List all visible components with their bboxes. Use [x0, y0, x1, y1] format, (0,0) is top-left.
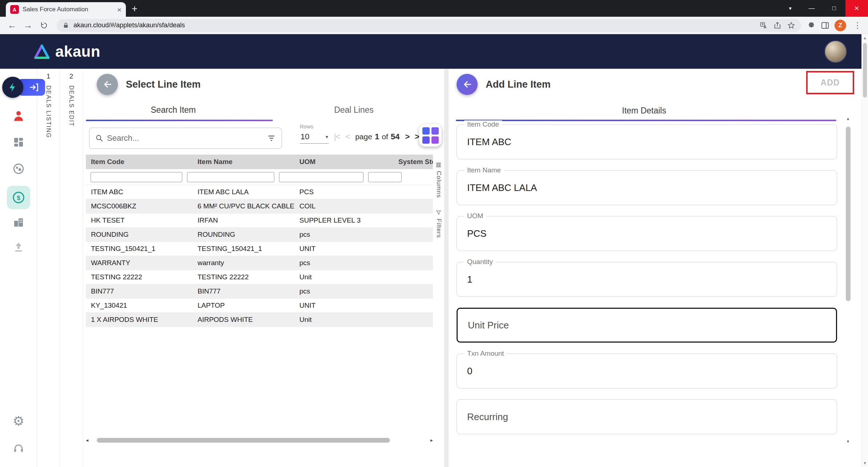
vscroll-thumb[interactable]: [846, 127, 851, 301]
lock-icon[interactable]: [63, 22, 69, 29]
window-close-button[interactable]: ×: [845, 0, 868, 17]
bookmark-star-icon[interactable]: [787, 21, 795, 29]
browser-forward-icon[interactable]: →: [21, 19, 35, 32]
field-placeholder: Unit Price: [468, 320, 509, 331]
sidebar-item-settings[interactable]: ⚙: [0, 414, 37, 429]
table-row[interactable]: HK TESET IRFAN SUPPLER LEVEL 3: [86, 213, 433, 228]
filters-tool[interactable]: Filters: [433, 209, 444, 238]
grid-view-button[interactable]: [419, 124, 442, 147]
screen-tab-deals-listing[interactable]: 1 DEALS LISTING: [37, 69, 60, 467]
rows-per-page-control: Rows 10 ▾: [300, 123, 329, 144]
quantity-field[interactable]: Quantity 1: [457, 262, 837, 297]
column-header-item-name[interactable]: Item Name: [192, 158, 294, 166]
back-button[interactable]: [97, 74, 118, 95]
tab-deal-lines[interactable]: Deal Lines: [264, 103, 445, 119]
browser-back-icon[interactable]: ←: [5, 19, 19, 32]
rows-select[interactable]: 10 ▾: [300, 129, 329, 144]
table-horizontal-scrollbar[interactable]: ◂ ▸: [86, 437, 433, 443]
tab-search-chevron-icon[interactable]: ▾: [789, 5, 792, 12]
search-input[interactable]: [107, 133, 263, 143]
filter-input-system-stock[interactable]: [368, 172, 402, 182]
address-bar[interactable]: akaun.cloud/#/applets/akaun/sfa/deals: [57, 19, 801, 32]
unit-price-field[interactable]: Unit Price: [457, 308, 837, 343]
column-header-item-code[interactable]: Item Code: [86, 158, 192, 166]
back-button[interactable]: [457, 74, 478, 95]
browser-tab[interactable]: A Sales Force Automation ×: [6, 2, 126, 17]
table-row[interactable]: ITEM ABC ITEM ABC LALA PCS: [86, 185, 433, 199]
new-tab-button[interactable]: +: [132, 4, 138, 14]
table-row[interactable]: TESTING 22222 TESTING 22222 Unit: [86, 270, 433, 284]
sidebar-item-person-red[interactable]: [0, 109, 37, 123]
arrow-left-icon: [462, 79, 472, 89]
browser-toolbar: ← → akaun.cloud/#/applets/akaun/sfa/deal…: [0, 17, 868, 34]
window-minimize-button[interactable]: —: [800, 0, 823, 17]
user-avatar[interactable]: [824, 40, 847, 63]
filter-list-icon[interactable]: [267, 134, 276, 143]
browser-menu-icon[interactable]: ⋮: [853, 21, 861, 30]
table-row[interactable]: KY_130421 LAPTOP UNIT: [86, 299, 433, 313]
item-code-field[interactable]: Item Code ITEM ABC: [457, 124, 837, 159]
sidebar-item-dashboard[interactable]: [0, 136, 37, 148]
scroll-up-icon[interactable]: ▴: [847, 116, 849, 121]
filter-input-item-name[interactable]: [187, 172, 274, 182]
sidebar-item-organization[interactable]: [0, 216, 37, 228]
column-header-uom[interactable]: UOM: [294, 158, 393, 166]
first-page-button[interactable]: |<: [334, 133, 340, 141]
bubble-chart-icon: [12, 163, 25, 175]
screen-tab-label: DEALS EDIT: [68, 85, 75, 127]
browser-refresh-icon[interactable]: [37, 19, 51, 32]
scroll-left-icon[interactable]: ◂: [86, 438, 92, 443]
screen-tab-deals-edit[interactable]: 2 DEALS EDIT: [60, 69, 83, 467]
recurring-field[interactable]: Recurring: [457, 399, 837, 434]
scroll-down-icon[interactable]: ▾: [847, 439, 849, 444]
translate-icon[interactable]: [760, 21, 768, 29]
page-scroll-up-icon[interactable]: ▲: [863, 36, 867, 40]
field-label: Txn Amount: [464, 350, 507, 358]
annotation-highlight-box: ADD: [806, 71, 854, 94]
table-row[interactable]: WARRANTY warranty pcs: [86, 256, 433, 270]
window-maximize-button[interactable]: □: [823, 0, 845, 17]
dashboard-icon: [13, 136, 24, 148]
page-scroll-down-icon[interactable]: ▼: [863, 461, 867, 465]
gear-icon: ⚙: [13, 414, 24, 429]
prev-page-button[interactable]: <: [346, 133, 350, 141]
page-word: page: [355, 132, 372, 141]
table-row[interactable]: 1 X AIRPODS WHITE AIRPODS WHITE Unit: [86, 313, 433, 327]
table-row[interactable]: ROUNDING ROUNDING pcs: [86, 228, 433, 242]
txn-amount-field[interactable]: Txn Amount 0: [457, 354, 837, 388]
filter-input-uom[interactable]: [279, 172, 363, 182]
sidebar-item-analytics[interactable]: [0, 163, 37, 175]
browser-profile-avatar[interactable]: Z: [835, 20, 846, 31]
app-header: akaun: [0, 34, 861, 69]
columns-tool[interactable]: Columns: [433, 162, 444, 198]
filter-input-item-code[interactable]: [91, 172, 182, 182]
tab-item-details[interactable]: Item Details: [449, 106, 840, 116]
sidebar-item-active-applet[interactable]: [2, 77, 45, 98]
uom-field[interactable]: UOM PCS: [457, 216, 837, 251]
lightning-bolt-icon: [2, 77, 23, 98]
sidebar-item-support[interactable]: [0, 442, 37, 454]
person-icon: [12, 109, 25, 123]
share-icon[interactable]: [773, 21, 781, 29]
form-vertical-scrollbar[interactable]: ▴ ▾: [845, 116, 851, 444]
column-header-system-stock[interactable]: System Stock: [393, 158, 433, 166]
page-scrollbar[interactable]: ▲ ▼: [861, 34, 868, 467]
scroll-right-icon[interactable]: ▸: [427, 438, 433, 443]
tab-close-icon[interactable]: ×: [117, 6, 122, 13]
page-scroll-thumb[interactable]: [863, 43, 867, 97]
extensions-puzzle-icon[interactable]: [807, 21, 816, 30]
table-row[interactable]: MCSC006BKZ 6 MM² CU/PVC BLACK CABLE 1...…: [86, 199, 433, 213]
item-name-field[interactable]: Item Name ITEM ABC LALA: [457, 170, 837, 205]
sidebar-item-upload[interactable]: [0, 241, 37, 253]
tab-favicon: A: [10, 5, 19, 14]
tab-search-item[interactable]: Search Item: [83, 103, 264, 119]
side-panel-icon[interactable]: [821, 21, 829, 30]
field-label: Quantity: [464, 258, 496, 266]
sidebar-item-sales-active[interactable]: $: [0, 186, 37, 209]
table-row[interactable]: BIN777 BIN777 pcs: [86, 284, 433, 299]
hscroll-thumb[interactable]: [97, 438, 390, 443]
next-page-button[interactable]: >: [405, 133, 409, 141]
add-button[interactable]: ADD: [821, 78, 840, 88]
table-row[interactable]: TESTING_150421_1 TESTING_150421_1 UNIT: [86, 242, 433, 256]
screen-tab-number: 2: [60, 72, 83, 80]
